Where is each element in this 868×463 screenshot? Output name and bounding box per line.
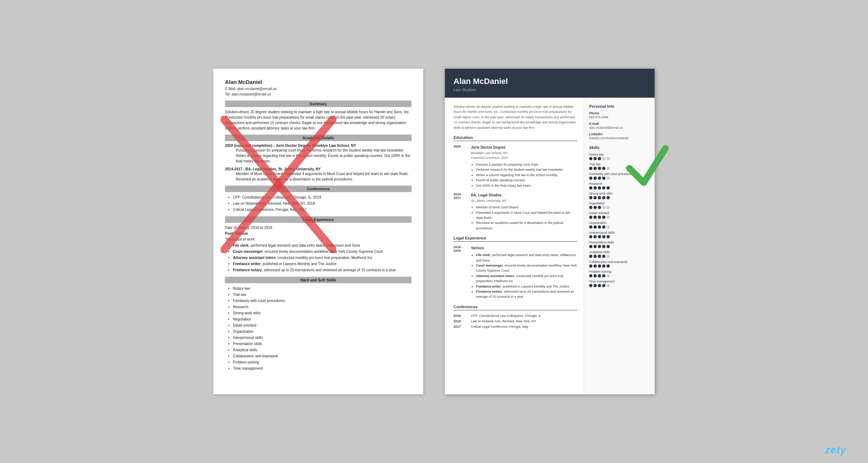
dot-empty xyxy=(607,225,610,229)
resume-left: Alan McDaniel E-Mail: alan.mcdaniel@emai… xyxy=(213,69,423,394)
legal-header: Legal Experience xyxy=(225,216,412,223)
skill-row: Detail oriented xyxy=(589,211,650,219)
conferences-list: CFP: Constitutional Law Colloquium, Chic… xyxy=(225,194,412,213)
dot-filled xyxy=(598,157,601,160)
legal1: File clerk, performed legal research and… xyxy=(233,242,412,249)
skill-row: Strong work ethic xyxy=(589,192,650,199)
dot-filled xyxy=(598,186,601,190)
linkedin-value: linkedin.com/in/alanmcdaniel xyxy=(589,136,650,141)
email-value: alan.mcdaniel@email.us xyxy=(589,126,650,130)
right-edu2-body: BA, Legal Studies St. John's University,… xyxy=(471,192,577,231)
skill-row: Trial law xyxy=(589,162,650,170)
skill-item: Negotiation xyxy=(233,316,412,322)
main-column: Solution-driven JD degree student seekin… xyxy=(445,98,584,394)
dot-filled xyxy=(602,196,605,199)
dot-filled xyxy=(589,167,592,170)
right-summary: Solution-driven JD degree student seekin… xyxy=(454,104,577,130)
edu1-desc: Pursues a passion for preparing court tr… xyxy=(225,148,412,164)
zety-watermark: zety xyxy=(825,444,846,456)
right-legal-year: 2016 - 2019 xyxy=(454,245,467,300)
right-edu1-expected: Expected completion: 2020 xyxy=(471,156,564,161)
dot-filled xyxy=(593,157,597,160)
skill-row: Time management xyxy=(589,280,650,287)
skill-item: Detail oriented xyxy=(233,322,412,328)
dot-filled xyxy=(593,196,597,199)
dot-filled xyxy=(598,177,601,180)
dot-empty xyxy=(607,157,610,160)
dot-empty xyxy=(607,177,610,180)
skill-item: Organization xyxy=(233,328,412,335)
skill-row: Analytical skills xyxy=(589,250,650,258)
summary-text: Solution-driven JD degree student seekin… xyxy=(225,109,412,131)
dot-filled xyxy=(589,264,592,268)
dot-filled xyxy=(607,196,610,199)
right-title: Law Student xyxy=(454,88,646,92)
right-edu1-bullets: Pursues a passion for preparing court tr… xyxy=(471,162,564,188)
resume-right: Alan McDaniel Law Student Solution-drive… xyxy=(445,69,655,394)
education-title: Education xyxy=(454,135,577,141)
dot-filled xyxy=(602,274,605,277)
dot-empty xyxy=(607,167,610,170)
right-edu1-school: Brooklyn Law School, NY xyxy=(471,150,564,156)
dot-filled xyxy=(602,216,605,219)
right-edu1-year: 2020 xyxy=(454,145,467,188)
skill-row: Organization xyxy=(589,221,650,229)
dot-filled xyxy=(607,245,610,248)
dot-filled xyxy=(589,225,592,229)
dot-filled xyxy=(602,225,605,229)
skill-row: Notary law xyxy=(589,153,650,160)
dot-filled xyxy=(602,245,605,248)
dot-filled xyxy=(589,157,592,160)
skill-item: Time management xyxy=(233,365,412,371)
right-resume-container: Alan McDaniel Law Student Solution-drive… xyxy=(445,69,655,394)
dot-filled xyxy=(593,264,597,268)
dot-filled xyxy=(602,177,605,180)
left-name: Alan McDaniel xyxy=(225,79,412,85)
sidebar-skills: Notary lawTrial lawFamiliarity with cour… xyxy=(589,153,650,287)
dot-filled xyxy=(602,284,605,287)
skill-item: Strong work ethic xyxy=(233,310,412,316)
conf-entry: 2019CFP: Constitutional Law Colloquium, … xyxy=(454,314,577,318)
skills-title: Skills xyxy=(589,145,650,150)
edu-entry-2: 2014-2017 - BA, Legal Studies, St. John'… xyxy=(225,167,412,182)
skill-item: Familiarity with court procedures xyxy=(233,298,412,304)
right-conferences: 2019CFP: Constitutional Law Colloquium, … xyxy=(454,314,577,328)
left-resume-wrapper: Alan McDaniel E-Mail: alan.mcdaniel@emai… xyxy=(213,69,423,394)
dot-empty xyxy=(602,157,605,160)
legal4: Freelance writer, published in Lawyers M… xyxy=(233,261,412,267)
dot-filled xyxy=(593,284,597,287)
skill-item: Research xyxy=(233,304,412,310)
right-legal-pos: Various xyxy=(471,245,577,251)
dot-empty xyxy=(607,206,610,209)
skill-row: Collaboration and teamwork xyxy=(589,260,650,268)
skill-row: Interpersonal skills xyxy=(589,231,650,238)
conferences-title: Conferences xyxy=(454,305,577,310)
page-wrapper: Alan McDaniel E-Mail: alan.mcdaniel@emai… xyxy=(213,69,655,394)
edu2-title: BA, Legal Studies, St. John's University… xyxy=(246,167,321,171)
dot-filled xyxy=(589,235,592,238)
legal3: Attorney assistant intern, conducted mon… xyxy=(233,255,412,261)
dot-filled xyxy=(602,167,605,170)
right-edu2-year: 2014 - 2017 xyxy=(454,192,467,231)
summary-header: Summary xyxy=(225,101,412,107)
dot-filled xyxy=(607,264,610,268)
dot-filled xyxy=(598,167,601,170)
left-tel: Tel: alan.mcdaniel@email.us xyxy=(225,92,412,97)
right-legal1: 2016 - 2019 Various File clerk, performe… xyxy=(454,245,577,300)
dot-empty xyxy=(607,274,610,277)
dot-filled xyxy=(598,206,601,209)
personal-info-title: Personal Info xyxy=(589,104,650,109)
conf3: Critical Legal Conference, Perugia, Ital… xyxy=(233,207,412,213)
skill-item: Collaboration and teamwork xyxy=(233,353,412,359)
right-edu1-body: Juris Doctor Degree Brooklyn Law School,… xyxy=(471,145,564,188)
conferences-header: Conferences xyxy=(225,186,412,192)
legal-list: File clerk, performed legal research and… xyxy=(225,242,412,273)
legal-title: Legal Experience xyxy=(454,236,577,242)
skill-item: Presentation skills xyxy=(233,341,412,347)
skills-header: Hard and Soft Skills xyxy=(225,277,412,283)
legal2: Court messenger, ensured timely document… xyxy=(233,249,412,255)
dot-filled xyxy=(593,235,597,238)
dot-filled xyxy=(589,206,592,209)
edu1-year: 2020 (expected completion) - xyxy=(225,144,275,148)
dot-filled xyxy=(598,245,601,248)
